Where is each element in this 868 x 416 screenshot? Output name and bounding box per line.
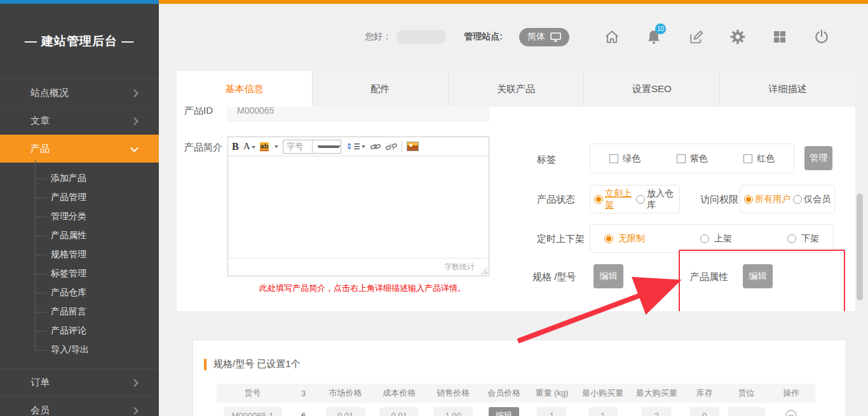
- min-qty-input[interactable]: 1: [588, 407, 618, 416]
- member-price-edit-button[interactable]: 编辑: [489, 407, 519, 416]
- access-box: 所有用户 仅会员: [740, 185, 835, 213]
- settings-gear-icon[interactable]: [728, 27, 747, 46]
- submenu-product-messages[interactable]: 产品留言: [0, 302, 159, 321]
- notifications-bell-icon[interactable]: 10: [644, 27, 663, 46]
- schedule-label: 定时上下架: [537, 233, 585, 245]
- monitor-icon: [550, 32, 561, 42]
- submenu-product-warehouse[interactable]: 产品仓库: [0, 283, 159, 302]
- highlight-button[interactable]: ab: [260, 142, 269, 151]
- unlink-icon[interactable]: [386, 142, 397, 152]
- submenu-product-reviews[interactable]: 产品评论: [0, 321, 159, 340]
- spec-value: 6: [301, 411, 306, 416]
- chevron-down-icon: [130, 144, 139, 152]
- radio-members-only[interactable]: [793, 195, 802, 204]
- radio-label[interactable]: 立刻上架: [605, 188, 634, 211]
- apps-grid-icon[interactable]: [770, 27, 789, 46]
- radio-label[interactable]: 仅会员: [804, 194, 831, 205]
- line-height-button[interactable]: ⇕☰: [346, 142, 365, 151]
- checkbox-red[interactable]: [743, 154, 752, 163]
- radio-to-warehouse[interactable]: [636, 195, 645, 204]
- remove-row-icon[interactable]: [785, 410, 797, 416]
- bold-button[interactable]: B: [232, 141, 239, 152]
- schedule-option-onshelf[interactable]: 上架: [700, 233, 732, 245]
- radio-schedule-off[interactable]: [787, 234, 796, 243]
- schedule-option-unlimited[interactable]: 无限制: [604, 233, 645, 245]
- stock-input[interactable]: 0: [690, 407, 719, 416]
- checkbox-green[interactable]: [609, 154, 618, 163]
- sidebar-item-label: 产品: [31, 143, 50, 155]
- tags-label: 标签: [537, 154, 556, 166]
- submenu-label: 标签管理: [51, 268, 86, 279]
- tab-detail-desc[interactable]: 详细描述: [720, 71, 855, 107]
- submenu-category-manage[interactable]: 管理分类: [0, 207, 159, 226]
- submenu-product-manage[interactable]: 产品管理: [0, 188, 159, 207]
- sidebar-item-products[interactable]: 产品: [0, 135, 159, 163]
- col-sale-price: 销售价格: [426, 387, 480, 399]
- radio-schedule-on[interactable]: [700, 234, 709, 243]
- edit-icon[interactable]: [686, 27, 705, 46]
- submenu-product-attrs[interactable]: 产品属性: [0, 226, 159, 245]
- tag-label: 绿色: [623, 153, 641, 164]
- font-size-select[interactable]: 字号: [283, 140, 341, 154]
- tag-option-red[interactable]: 红色: [743, 153, 775, 164]
- col-max-qty: 最大购买量: [630, 387, 684, 399]
- sidebar-item-orders[interactable]: 订单: [0, 368, 159, 396]
- submenu-tag-manage[interactable]: 标签管理: [0, 264, 159, 283]
- product-id-input[interactable]: M000065: [227, 107, 489, 121]
- market-price-input[interactable]: 0.01: [326, 407, 365, 416]
- col-actions: 操作: [768, 387, 815, 399]
- language-pill[interactable]: 简体: [519, 28, 569, 46]
- chevron-right-icon: [130, 406, 139, 415]
- editor-body[interactable]: [228, 156, 489, 258]
- attr-edit-button[interactable]: 编辑: [743, 264, 773, 288]
- radio-all-users[interactable]: [744, 195, 753, 204]
- home-icon[interactable]: [602, 27, 621, 46]
- sidebar-item-articles[interactable]: 文章: [0, 107, 159, 135]
- tab-accessories[interactable]: 配件: [313, 71, 449, 107]
- submenu-spec-manage[interactable]: 规格管理: [0, 245, 159, 264]
- chevron-right-icon: [130, 379, 139, 387]
- weight-input[interactable]: 1: [537, 407, 566, 416]
- radio-label: 下架: [801, 233, 819, 245]
- highlight-caret[interactable]: [275, 145, 278, 148]
- power-logout-icon[interactable]: [812, 27, 831, 46]
- max-qty-input[interactable]: 2: [642, 407, 671, 416]
- bell-badge: 10: [655, 23, 666, 34]
- col-min-qty: 最小购买量: [576, 387, 630, 399]
- col-cost-price: 成本价格: [372, 387, 426, 399]
- manage-tags-button[interactable]: 管理: [804, 146, 832, 170]
- insert-image-button[interactable]: [407, 142, 419, 151]
- submenu-label: 产品管理: [51, 192, 86, 203]
- radio-on-shelf[interactable]: [594, 195, 603, 204]
- schedule-option-offshelf[interactable]: 下架: [787, 233, 819, 245]
- sale-price-input[interactable]: 1.00: [433, 407, 473, 416]
- sidebar-item-site-overview[interactable]: 站点概况: [0, 79, 159, 107]
- font-color-button[interactable]: A: [243, 141, 255, 152]
- spec-card-title: 规格/型号 已设置1个: [214, 358, 301, 370]
- resize-grip[interactable]: [480, 267, 487, 274]
- products-submenu: 添加产品 产品管理 管理分类 产品属性 规格管理 标签管理 产品仓库 产品留言 …: [0, 163, 159, 368]
- checkbox-purple[interactable]: [677, 154, 686, 163]
- scrollbar-thumb[interactable]: [857, 194, 863, 300]
- rich-text-editor: B A ab 字号 ⇕☰: [227, 137, 489, 276]
- tab-basic-info[interactable]: 基本信息: [177, 71, 313, 107]
- radio-label[interactable]: 所有用户: [755, 194, 790, 205]
- radio-label[interactable]: 放入仓库: [647, 188, 675, 211]
- radio-unlimited[interactable]: [604, 234, 613, 243]
- product-status-label: 产品状态: [537, 194, 575, 206]
- cost-price-input[interactable]: 0.01: [379, 407, 419, 416]
- sku-input[interactable]: M000065-1: [224, 407, 282, 416]
- link-icon[interactable]: [370, 142, 381, 152]
- submenu-add-product[interactable]: 添加产品: [0, 169, 159, 188]
- location-input[interactable]: [728, 407, 765, 416]
- tab-related-products[interactable]: 关联产品: [449, 71, 585, 107]
- chevron-right-icon: [130, 89, 139, 97]
- greeting-text: 您好：: [365, 31, 391, 43]
- top-header: 您好： 管理站点: 简体 10: [159, 4, 868, 70]
- sidebar-item-members[interactable]: 会员: [0, 396, 159, 416]
- tag-option-purple[interactable]: 紫色: [677, 153, 708, 164]
- tag-option-green[interactable]: 绿色: [609, 153, 641, 164]
- tab-seo[interactable]: 设置SEO: [584, 71, 720, 107]
- spec-edit-button[interactable]: 编辑: [593, 264, 623, 288]
- submenu-import-export[interactable]: 导入/导出: [0, 340, 159, 359]
